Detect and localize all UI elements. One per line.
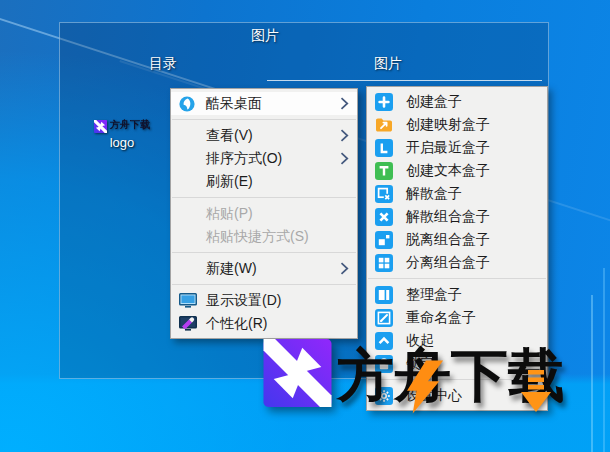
- menu-item-label: 个性化(R): [206, 315, 352, 333]
- menu-item-personalize[interactable]: 个性化(R): [171, 312, 357, 335]
- menu-item-label: 解散盒子: [406, 185, 542, 203]
- menu-item-sort-by[interactable]: 排序方式(O): [171, 147, 357, 170]
- menu-item-label: 脱离组合盒子: [406, 231, 542, 249]
- menu-separator: [172, 119, 356, 120]
- menu-item-label: 粘贴快捷方式(S): [206, 228, 352, 246]
- rename-icon: [375, 309, 406, 327]
- menu-item-label: 显示设置(D): [206, 292, 352, 310]
- menu-item-create-mapping-box[interactable]: 创建映射盒子: [367, 113, 547, 136]
- column-underline: [267, 80, 542, 81]
- menu-item-label: 解散组合盒子: [406, 208, 542, 226]
- menu-item-label: 刷新(E): [206, 173, 352, 191]
- menu-item-detach-group-box[interactable]: 脱离组合盒子: [367, 228, 547, 251]
- box-x-icon: [375, 185, 406, 203]
- download-arrow-icon: [521, 370, 551, 416]
- menu-item-label: 酷呆桌面: [206, 95, 340, 113]
- menu-item-label: 分离组合盒子: [406, 254, 542, 272]
- letter-t-icon: [375, 162, 406, 180]
- wallpaper-streak: [603, 268, 605, 452]
- coodesker-icon: [179, 96, 206, 112]
- column-header-picture: 图片: [318, 55, 458, 73]
- shortcut-thumbnail: 方舟下载: [76, 117, 168, 133]
- submenu-arrow-icon: [340, 262, 352, 275]
- fangzhou-logo-icon: [262, 339, 333, 407]
- plus-icon: [375, 93, 406, 111]
- menu-item-coodesker[interactable]: 酷呆桌面: [171, 92, 357, 115]
- shortcut-thumb-text: 方舟下载: [110, 118, 150, 132]
- menu-separator: [172, 284, 356, 285]
- lightning-bolt-icon: [407, 359, 445, 419]
- menu-item-rename-box[interactable]: 重命名盒子: [367, 306, 547, 329]
- menu-item-label: 开启最近盒子: [406, 139, 542, 157]
- menu-item-label: 创建盒子: [406, 93, 542, 111]
- submenu-arrow-icon: [340, 152, 352, 165]
- menu-item-dissolve-box[interactable]: 解散盒子: [367, 182, 547, 205]
- detach-icon: [375, 231, 406, 249]
- menu-item-create-box[interactable]: 创建盒子: [367, 90, 547, 113]
- menu-item-paste[interactable]: 粘贴(P): [171, 202, 357, 225]
- mapping-folder-icon: [375, 116, 406, 134]
- menu-item-create-text-box[interactable]: 创建文本盒子: [367, 159, 547, 182]
- personalize-icon: [179, 316, 206, 332]
- shortcut-label: logo: [76, 135, 168, 150]
- menu-item-new[interactable]: 新建(W): [171, 257, 357, 280]
- menu-item-view[interactable]: 查看(V): [171, 124, 357, 147]
- menu-separator: [172, 252, 356, 253]
- menu-separator: [368, 278, 546, 279]
- menu-separator: [172, 197, 356, 198]
- menu-item-label: 整理盒子: [406, 286, 542, 304]
- display-icon: [179, 293, 206, 309]
- submenu-arrow-icon: [340, 97, 352, 110]
- menu-item-display-settings[interactable]: 显示设置(D): [171, 289, 357, 312]
- menu-item-paste-shortcut[interactable]: 粘贴快捷方式(S): [171, 225, 357, 248]
- columns-icon: [375, 286, 406, 304]
- grid-icon: [375, 254, 406, 272]
- panel-title: 图片: [251, 27, 279, 45]
- desktop-context-menu: 酷呆桌面查看(V)排序方式(O)刷新(E)粘贴(P)粘贴快捷方式(S)新建(W)…: [170, 88, 358, 339]
- menu-item-organize-box[interactable]: 整理盒子: [367, 283, 547, 306]
- desktop-shortcut-logo[interactable]: 方舟下载 logo: [76, 117, 168, 150]
- menu-item-label: 查看(V): [206, 127, 340, 145]
- menu-item-label: 创建映射盒子: [406, 116, 542, 134]
- wallpaper-streak: [591, 295, 593, 452]
- submenu-arrow-icon: [340, 129, 352, 142]
- menu-item-separate-group-box[interactable]: 分离组合盒子: [367, 251, 547, 274]
- menu-item-dissolve-group-box[interactable]: 解散组合盒子: [367, 205, 547, 228]
- menu-item-open-recent-box[interactable]: 开启最近盒子: [367, 136, 547, 159]
- menu-item-label: 新建(W): [206, 260, 340, 278]
- x-icon: [375, 208, 406, 226]
- fangzhou-logo-icon: [94, 119, 107, 132]
- desktop: 图片 目录 图片 方舟下载 logo 酷呆桌面查看(V)排序方式(O)刷新(E)…: [0, 0, 610, 452]
- menu-item-label: 创建文本盒子: [406, 162, 542, 180]
- menu-item-label: 粘贴(P): [206, 205, 352, 223]
- menu-item-label: 排序方式(O): [206, 150, 340, 168]
- letter-l-icon: [375, 139, 406, 157]
- menu-item-refresh[interactable]: 刷新(E): [171, 170, 357, 193]
- column-header-directory: 目录: [93, 55, 233, 73]
- menu-item-label: 重命名盒子: [406, 309, 542, 327]
